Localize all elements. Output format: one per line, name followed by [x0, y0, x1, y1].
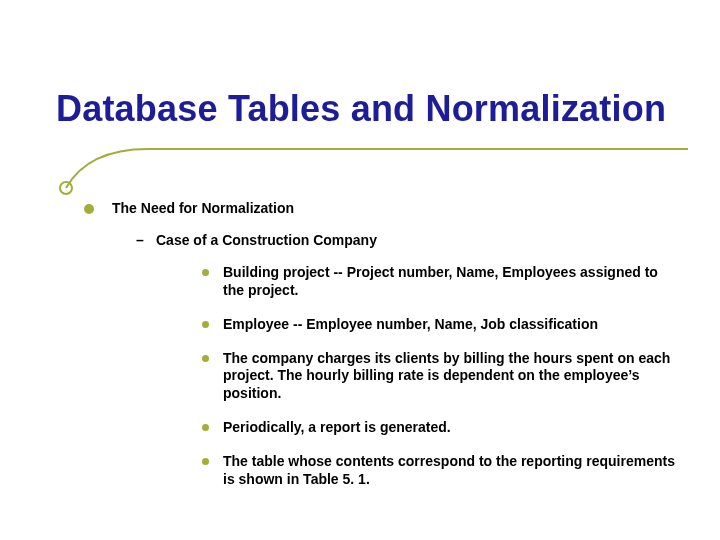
level3-text: The company charges its clients by billi… — [223, 350, 680, 404]
title-underline — [148, 148, 688, 150]
level3-text: The table whose contents correspond to t… — [223, 453, 680, 489]
bullet-dot-icon — [84, 204, 94, 214]
slide-title: Database Tables and Normalization — [56, 88, 666, 130]
bullet-level1: The Need for Normalization — [84, 200, 680, 218]
bullet-level2: – Case of a Construction Company — [136, 232, 680, 250]
content-area: The Need for Normalization – Case of a C… — [84, 200, 680, 505]
level3-list: Building project -- Project number, Name… — [202, 264, 680, 489]
bullet-level3: Employee -- Employee number, Name, Job c… — [202, 316, 680, 334]
bullet-dot-small-icon — [202, 355, 209, 362]
level2-text: Case of a Construction Company — [156, 232, 377, 250]
bullet-level3: The table whose contents correspond to t… — [202, 453, 680, 489]
swoosh-decoration — [58, 148, 148, 196]
level3-text: Periodically, a report is generated. — [223, 419, 451, 437]
bullet-level3: Periodically, a report is generated. — [202, 419, 680, 437]
bullet-dot-small-icon — [202, 269, 209, 276]
bullet-level3: The company charges its clients by billi… — [202, 350, 680, 404]
dash-icon: – — [136, 232, 146, 250]
bullet-dot-small-icon — [202, 321, 209, 328]
level3-text: Building project -- Project number, Name… — [223, 264, 680, 300]
level1-text: The Need for Normalization — [112, 200, 294, 218]
bullet-dot-small-icon — [202, 458, 209, 465]
bullet-dot-small-icon — [202, 424, 209, 431]
bullet-level3: Building project -- Project number, Name… — [202, 264, 680, 300]
level3-text: Employee -- Employee number, Name, Job c… — [223, 316, 598, 334]
